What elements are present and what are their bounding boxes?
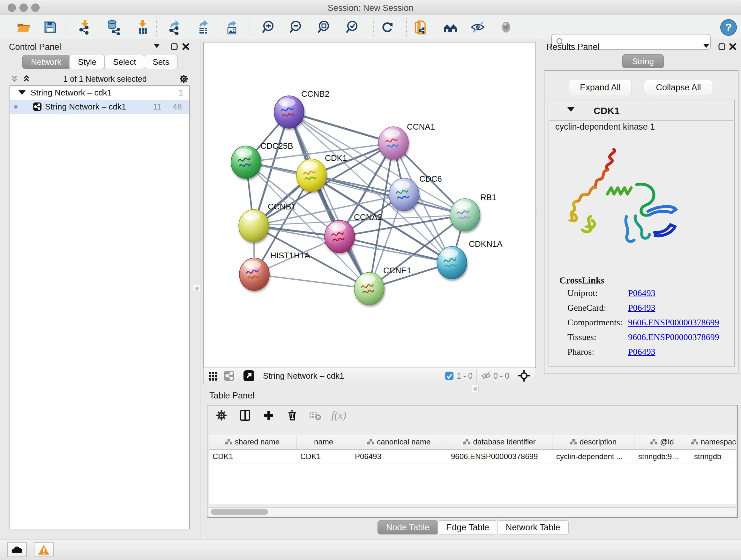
network-view-share-icon[interactable] xyxy=(223,370,235,381)
table-cell[interactable]: cyclin-dependent ... xyxy=(552,449,634,463)
control-panel-title: Control Panel xyxy=(9,42,61,52)
network-node-CDK1[interactable]: CDK1 xyxy=(296,153,347,192)
table-cell[interactable]: CDK1 xyxy=(296,449,351,463)
network-edge[interactable] xyxy=(254,274,369,289)
control-panel-menu-icon[interactable] xyxy=(154,44,159,49)
tab-select[interactable]: Select xyxy=(105,55,145,69)
export-image-icon[interactable] xyxy=(224,19,239,35)
column-header-name[interactable]: name xyxy=(296,435,351,449)
left-divider-handle[interactable] xyxy=(193,285,200,292)
export-network-icon[interactable] xyxy=(167,19,183,35)
help-icon[interactable]: ? xyxy=(720,19,737,36)
collection-count: 1 xyxy=(179,88,183,98)
expand-all-networks-icon[interactable] xyxy=(22,74,31,84)
network-node-HIST1H1A[interactable]: HIST1H1A xyxy=(239,251,310,291)
table-row[interactable]: CDK1CDK1P064939606.ENSP00000378699cyclin… xyxy=(209,449,736,464)
network-edge[interactable] xyxy=(289,112,394,143)
zoom-out-icon[interactable] xyxy=(288,19,303,35)
collapse-all-button[interactable]: Collapse All xyxy=(644,80,713,95)
table-panel-body: f(x) shared namenamecanonical namedataba… xyxy=(207,405,738,518)
tab-style[interactable]: Style xyxy=(69,55,105,69)
network-row[interactable]: String Network – cdk1 11 48 xyxy=(10,100,189,114)
bottom-divider-handle[interactable] xyxy=(472,385,479,392)
show-columns-icon[interactable] xyxy=(239,409,252,422)
network-options-gear-icon[interactable] xyxy=(179,74,189,84)
column-header-description[interactable]: description xyxy=(552,435,634,449)
collapse-all-networks-icon[interactable] xyxy=(10,74,19,84)
control-panel-close-icon[interactable] xyxy=(182,43,190,51)
network-selection-strip: 1 of 1 Network selected xyxy=(10,73,189,85)
selected-checkbox-icon[interactable] xyxy=(445,371,454,381)
crosslink-link[interactable]: 9606.ENSP00000378699 xyxy=(628,317,719,327)
column-header-namespac[interactable]: namespac xyxy=(690,435,736,449)
tab-node-table[interactable]: Node Table xyxy=(378,520,438,535)
hidden-eye-slash-icon[interactable] xyxy=(481,370,491,381)
crosslink-link[interactable]: 9606.ENSP00000378699 xyxy=(628,332,719,342)
grid-view-icon[interactable] xyxy=(207,370,219,381)
import-network-database-icon[interactable] xyxy=(106,19,121,35)
houses-icon[interactable] xyxy=(443,19,458,35)
network-node-CCNE1[interactable]: CCNE1 xyxy=(354,266,411,305)
table-options-gear-icon[interactable] xyxy=(215,409,228,422)
warning-button[interactable] xyxy=(34,543,54,557)
save-session-icon[interactable] xyxy=(43,19,58,35)
column-header-shared-name[interactable]: shared name xyxy=(209,435,296,449)
network-canvas[interactable]: CCNB2CCNA1CDC25BCDK1CDC6RB1CCNB1CCNA2CDK… xyxy=(203,42,536,368)
table-cell[interactable]: stringdb xyxy=(690,449,736,463)
export-table-icon[interactable] xyxy=(196,19,211,35)
panel-divider[interactable] xyxy=(200,39,200,540)
column-header-canonical-name[interactable]: canonical name xyxy=(351,435,447,449)
network-edge[interactable] xyxy=(289,112,369,289)
node-label: CDKN1A xyxy=(469,239,502,249)
cloud-icon xyxy=(10,545,23,555)
network-node-CDC6[interactable]: CDC6 xyxy=(389,174,442,211)
birds-eye-view-icon[interactable] xyxy=(243,370,255,382)
results-panel-menu-icon[interactable] xyxy=(703,44,709,49)
tab-sets[interactable]: Sets xyxy=(144,55,178,69)
column-header--id[interactable]: @id xyxy=(634,435,690,449)
delete-column-icon[interactable] xyxy=(286,409,299,422)
tab-network[interactable]: Network xyxy=(22,55,70,69)
crosshair-icon[interactable] xyxy=(518,369,530,382)
table-cell[interactable]: 9606.ENSP00000378699 xyxy=(447,449,552,463)
results-panel-close-icon[interactable] xyxy=(729,43,737,51)
crosslink-link[interactable]: P06493 xyxy=(628,303,656,313)
network-node-RB1[interactable]: RB1 xyxy=(450,192,496,231)
add-column-icon[interactable] xyxy=(262,409,275,422)
cloud-button[interactable] xyxy=(7,543,27,557)
shared-column-icon xyxy=(691,438,698,445)
network-node-CCNB1[interactable]: CCNB1 xyxy=(239,202,296,242)
tab-string[interactable]: String xyxy=(622,54,664,68)
status-bar: Memory xyxy=(0,540,741,560)
column-header-database-identifier[interactable]: database identifier xyxy=(447,435,552,449)
table-cell[interactable]: stringdb:9... xyxy=(634,449,690,463)
refresh-icon[interactable] xyxy=(380,19,395,35)
toolbar-separator xyxy=(65,18,65,36)
network-collection-row[interactable]: String Network – cdk1 1 xyxy=(10,85,189,100)
crosslink-link[interactable]: P06493 xyxy=(628,288,656,298)
table-cell[interactable]: CDK1 xyxy=(209,449,296,463)
control-panel-float-icon[interactable] xyxy=(171,43,178,51)
zoom-fit-icon[interactable] xyxy=(316,19,331,35)
hide-details-eye-icon[interactable] xyxy=(470,19,485,35)
open-session-icon[interactable] xyxy=(16,19,31,35)
network-node-CDKN1A[interactable]: CDKN1A xyxy=(437,239,502,279)
scrollbar-thumb[interactable] xyxy=(211,509,268,515)
import-table-icon[interactable] xyxy=(135,19,150,35)
table-cell[interactable]: P06493 xyxy=(351,449,447,463)
import-network-icon[interactable] xyxy=(77,19,92,35)
zoom-selected-icon[interactable] xyxy=(344,19,360,35)
results-panel-float-icon[interactable] xyxy=(718,43,726,51)
cdk1-disclosure-icon[interactable] xyxy=(567,107,575,113)
function-builder-icon: f(x) xyxy=(331,409,346,422)
expand-all-button[interactable]: Expand All xyxy=(569,80,632,95)
tab-edge-table[interactable]: Edge Table xyxy=(437,520,498,535)
table-horizontal-scrollbar[interactable] xyxy=(209,507,736,516)
crosslink-label: Pharos: xyxy=(567,347,594,357)
collection-disclosure-icon[interactable] xyxy=(18,90,25,95)
tab-network-table[interactable]: Network Table xyxy=(497,520,569,535)
network-node-CCNA1[interactable]: CCNA1 xyxy=(379,122,435,159)
documents-network-icon[interactable] xyxy=(413,19,428,35)
crosslink-link[interactable]: P06493 xyxy=(628,347,656,357)
zoom-in-icon[interactable] xyxy=(260,19,276,35)
